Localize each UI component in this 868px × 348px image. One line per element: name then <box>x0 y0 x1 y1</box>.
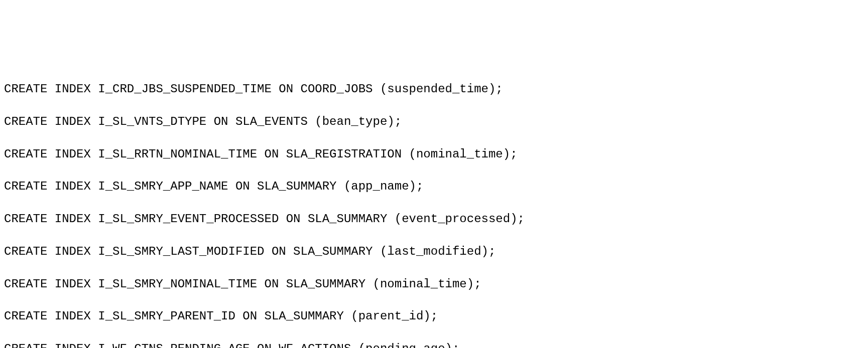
sql-line: CREATE INDEX I_SL_SMRY_PARENT_ID ON SLA_… <box>4 308 864 324</box>
sql-code-block: CREATE INDEX I_CRD_JBS_SUSPENDED_TIME ON… <box>0 65 868 348</box>
sql-line: CREATE INDEX I_SL_SMRY_EVENT_PROCESSED O… <box>4 211 864 227</box>
sql-line: CREATE INDEX I_WF_CTNS_PENDING_AGE ON WF… <box>4 341 864 348</box>
sql-line: CREATE INDEX I_SL_SMRY_LAST_MODIFIED ON … <box>4 244 864 260</box>
sql-line: CREATE INDEX I_SL_RRTN_NOMINAL_TIME ON S… <box>4 146 864 162</box>
sql-line: CREATE INDEX I_SL_SMRY_APP_NAME ON SLA_S… <box>4 179 864 195</box>
sql-line: CREATE INDEX I_SL_VNTS_DTYPE ON SLA_EVEN… <box>4 114 864 130</box>
sql-line: CREATE INDEX I_SL_SMRY_NOMINAL_TIME ON S… <box>4 276 864 292</box>
sql-line: CREATE INDEX I_CRD_JBS_SUSPENDED_TIME ON… <box>4 81 864 97</box>
